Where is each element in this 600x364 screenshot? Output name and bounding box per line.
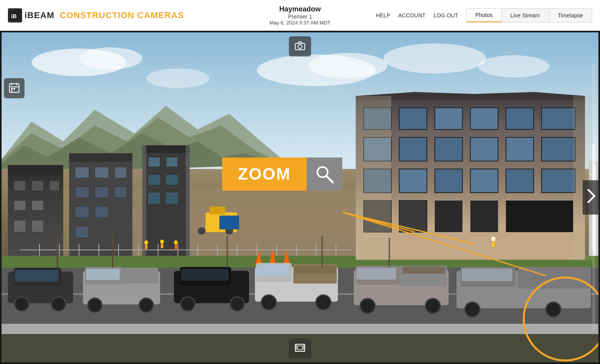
construction-scene [0,31,600,364]
svg-rect-43 [142,145,146,256]
svg-point-136 [360,298,375,313]
svg-rect-174 [296,345,297,347]
svg-rect-150 [492,241,495,247]
zoom-label: ZOOM [222,158,307,191]
svg-rect-73 [470,169,498,193]
site-name: Haymeadow [270,5,331,13]
svg-point-114 [51,297,66,311]
snapshot-button[interactable] [289,36,311,56]
svg-point-129 [261,295,276,310]
svg-rect-44 [186,145,190,256]
svg-rect-35 [75,187,89,198]
svg-rect-50 [166,193,178,204]
zoom-icon-box [307,158,342,191]
svg-rect-81 [356,96,391,260]
svg-rect-178 [298,346,302,350]
svg-rect-138 [357,268,396,280]
svg-rect-69 [542,137,575,161]
svg-rect-101 [145,244,147,249]
svg-rect-120 [86,269,120,280]
svg-rect-29 [32,220,43,232]
svg-rect-132 [294,266,336,274]
svg-rect-175 [296,347,297,349]
date-time: May 6, 2024 9:37 AM MDT [270,20,331,26]
nav-next-button[interactable] [583,180,600,215]
calendar-button[interactable] [4,78,25,98]
svg-rect-55 [219,216,239,229]
viewer: ZOOM [0,31,600,364]
svg-rect-115 [15,270,58,282]
svg-point-119 [139,298,153,312]
svg-rect-72 [435,169,462,193]
header-center: Haymeadow Premier 1 May 6, 2024 9:37 AM … [270,5,331,26]
svg-rect-49 [148,193,160,204]
svg-rect-80 [506,201,573,232]
svg-rect-46 [166,157,178,167]
svg-rect-62 [506,108,534,129]
tab-photos[interactable]: Photos [467,9,502,22]
tab-livestream[interactable]: Live Stream [502,9,549,22]
header: iB iBEAM CONSTRUCTION CAMERAS Haymeadow … [0,0,600,31]
svg-text:iB: iB [11,13,17,19]
svg-rect-66 [435,137,462,161]
svg-rect-38 [75,206,89,218]
header-right: HELP ACCOUNT LOG OUT Photos Live Stream … [376,8,592,23]
svg-point-163 [298,45,302,49]
svg-rect-27 [32,201,43,210]
logout-link[interactable]: LOG OUT [434,12,458,19]
svg-rect-24 [32,181,43,191]
svg-rect-63 [542,108,575,129]
nav-links: HELP ACCOUNT LOG OUT [376,12,458,19]
svg-rect-34 [115,167,126,178]
svg-rect-60 [435,108,462,129]
filmstrip-button[interactable] [289,338,311,358]
help-link[interactable]: HELP [376,12,391,19]
svg-rect-36 [95,187,109,198]
svg-point-130 [316,295,331,310]
svg-rect-61 [470,108,498,129]
svg-rect-59 [399,108,427,129]
logo-suffix: CONSTRUCTION CAMERAS [60,10,184,20]
svg-rect-32 [75,167,89,178]
account-link[interactable]: ACCOUNT [398,12,425,19]
svg-point-102 [160,240,164,244]
svg-rect-74 [506,169,534,193]
svg-rect-146 [518,267,591,289]
svg-point-100 [144,240,148,244]
svg-point-125 [230,297,244,311]
svg-rect-48 [166,175,178,185]
svg-point-7 [383,43,486,73]
calendar-icon [9,82,20,93]
logo-text: iBEAM CONSTRUCTION CAMERAS [25,10,184,21]
filmstrip-icon [294,342,306,353]
svg-rect-103 [161,244,163,248]
svg-rect-19 [0,324,600,335]
svg-point-8 [478,55,549,77]
svg-rect-39 [95,206,109,218]
svg-point-6 [308,53,387,78]
svg-rect-52 [209,206,225,214]
svg-rect-67 [470,137,498,161]
zoom-overlay[interactable]: ZOOM [222,158,342,191]
svg-rect-45 [148,157,160,167]
svg-rect-37 [115,187,126,198]
svg-point-149 [491,236,496,241]
svg-rect-75 [542,169,575,193]
svg-point-144 [546,302,561,317]
svg-line-157 [326,176,333,182]
svg-rect-28 [14,220,26,232]
svg-rect-65 [399,137,427,161]
svg-rect-145 [462,268,512,281]
svg-point-143 [465,302,480,317]
scene-svg [0,31,600,364]
svg-rect-170 [11,90,13,92]
svg-rect-140 [402,266,445,274]
logo-icon: iB [8,8,22,23]
svg-point-9 [146,68,209,88]
view-tabs: Photos Live Stream Timelapse [466,8,592,23]
svg-rect-133 [256,265,289,276]
svg-rect-79 [470,201,498,232]
tab-timelapse[interactable]: Timelapse [549,9,592,22]
svg-point-4 [79,47,142,69]
svg-rect-169 [13,88,15,90]
